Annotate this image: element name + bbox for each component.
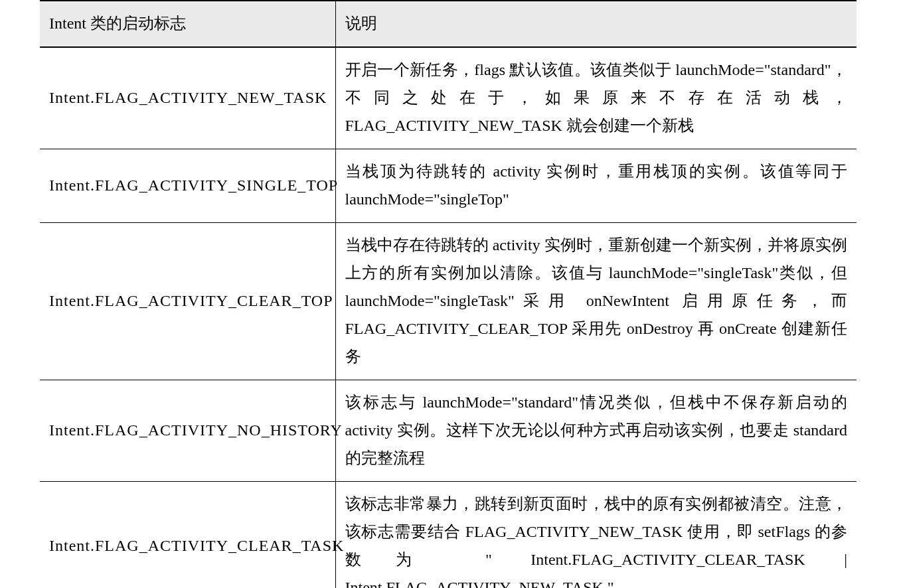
cell-flag: Intent.FLAG_ACTIVITY_NEW_TASK	[40, 47, 335, 149]
table-row: Intent.FLAG_ACTIVITY_NEW_TASK 开启一个新任务，fl…	[40, 47, 857, 149]
table-row: Intent.FLAG_ACTIVITY_SINGLE_TOP 当栈顶为待跳转的…	[40, 149, 857, 223]
cell-desc: 该标志与 launchMode="standard"情况类似，但栈中不保存新启动…	[335, 380, 857, 482]
cell-flag: Intent.FLAG_ACTIVITY_NO_HISTORY	[40, 380, 335, 482]
cell-desc: 该标志非常暴力，跳转到新页面时，栈中的原有实例都被清空。注意，该标志需要结合 F…	[335, 482, 857, 589]
table-row: Intent.FLAG_ACTIVITY_CLEAR_TOP 当栈中存在待跳转的…	[40, 223, 857, 380]
cell-flag: Intent.FLAG_ACTIVITY_CLEAR_TASK	[40, 482, 335, 589]
table-row: Intent.FLAG_ACTIVITY_NO_HISTORY 该标志与 lau…	[40, 380, 857, 482]
intent-flags-table: Intent 类的启动标志 说明 Intent.FLAG_ACTIVITY_NE…	[40, 0, 857, 588]
table-header-row: Intent 类的启动标志 说明	[40, 1, 857, 47]
header-desc: 说明	[335, 1, 857, 47]
cell-desc: 开启一个新任务，flags 默认该值。该值类似于 launchMode="sta…	[335, 47, 857, 149]
cell-desc: 当栈中存在待跳转的 activity 实例时，重新创建一个新实例，并将原实例上方…	[335, 223, 857, 380]
table-row: Intent.FLAG_ACTIVITY_CLEAR_TASK 该标志非常暴力，…	[40, 482, 857, 589]
cell-desc: 当栈顶为待跳转的 activity 实例时，重用栈顶的实例。该值等同于 laun…	[335, 149, 857, 223]
cell-flag: Intent.FLAG_ACTIVITY_SINGLE_TOP	[40, 149, 335, 223]
header-flag: Intent 类的启动标志	[40, 1, 335, 47]
cell-flag: Intent.FLAG_ACTIVITY_CLEAR_TOP	[40, 223, 335, 380]
